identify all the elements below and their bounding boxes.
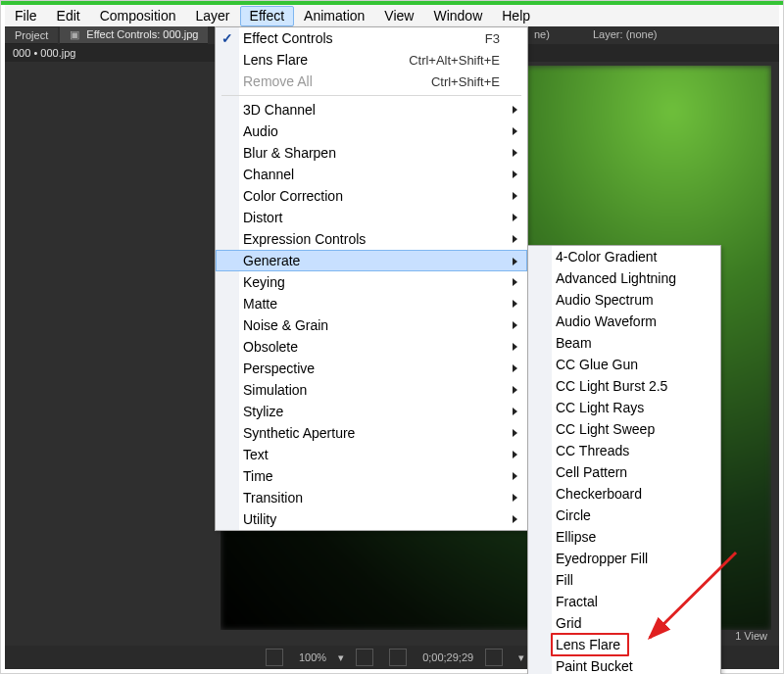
menuitem-time[interactable]: Time: [216, 465, 527, 487]
menuitem-label: CC Light Sweep: [556, 421, 655, 437]
menuitem-stylize[interactable]: Stylize: [216, 401, 527, 422]
menuitem-label: Expression Controls: [243, 231, 366, 247]
mask-icon[interactable]: [389, 649, 407, 666]
submenuitem-cell-pattern[interactable]: Cell Pattern: [528, 461, 720, 483]
tab-project[interactable]: Project: [5, 27, 58, 44]
chevron-down-icon[interactable]: ▾: [518, 651, 524, 664]
menuitem-3d-channel[interactable]: 3D Channel: [216, 99, 527, 120]
menu-window[interactable]: Window: [423, 6, 492, 26]
menuitem-simulation[interactable]: Simulation: [216, 379, 527, 401]
menuitem-label: Lens Flare: [243, 52, 308, 68]
submenuitem-paint-bucket[interactable]: Paint Bucket: [528, 655, 720, 674]
menuitem-audio[interactable]: Audio: [216, 120, 527, 142]
menuitem-label: Time: [243, 468, 273, 484]
menuitem-obsolete[interactable]: Obsolete: [216, 336, 527, 358]
menuitem-label: Generate: [243, 253, 300, 268]
menuitem-synthetic-aperture[interactable]: Synthetic Aperture: [216, 422, 527, 444]
menuitem-shortcut: F3: [485, 31, 500, 46]
menuitem-label: Transition: [243, 490, 303, 506]
menuitem-label: Audio Waveform: [556, 313, 657, 329]
close-icon[interactable]: ▣: [70, 28, 79, 40]
layer-label-partial: ne): [534, 28, 550, 40]
submenuitem-cc-threads[interactable]: CC Threads: [528, 440, 720, 461]
menuitem-label: Fractal: [556, 594, 598, 609]
menu-animation[interactable]: Animation: [294, 6, 374, 26]
menuitem-color-correction[interactable]: Color Correction: [216, 185, 527, 207]
menuitem-label: Fill: [556, 572, 573, 588]
submenuitem-cc-light-burst-2-5[interactable]: CC Light Burst 2.5: [528, 375, 720, 397]
submenuitem-cc-glue-gun[interactable]: CC Glue Gun: [528, 354, 720, 375]
menuitem-label: Keying: [243, 274, 285, 290]
menuitem-label: Ellipse: [556, 529, 596, 545]
menuitem-label: Matte: [243, 296, 277, 312]
submenuitem-cc-light-rays[interactable]: CC Light Rays: [528, 397, 720, 418]
menu-composition[interactable]: Composition: [90, 6, 186, 26]
submenuitem-audio-waveform[interactable]: Audio Waveform: [528, 311, 720, 332]
menuitem-label: Distort: [243, 210, 282, 225]
menuitem-remove-all: Remove All Ctrl+Shift+E: [216, 71, 527, 92]
menuitem-label: Perspective: [243, 361, 315, 376]
grid-icon[interactable]: [356, 649, 373, 666]
menuitem-label: Utility: [243, 511, 276, 527]
menuitem-shortcut: Ctrl+Shift+E: [431, 74, 500, 89]
menuitem-label: Channel: [243, 167, 294, 182]
menuitem-label: Cell Pattern: [556, 464, 627, 480]
menu-help[interactable]: Help: [492, 6, 540, 26]
menu-view[interactable]: View: [374, 6, 423, 26]
menuitem-matte[interactable]: Matte: [216, 293, 527, 314]
menuitem-blur-sharpen[interactable]: Blur & Sharpen: [216, 142, 527, 164]
submenuitem-beam[interactable]: Beam: [528, 332, 720, 354]
submenuitem-4-color-gradient[interactable]: 4-Color Gradient: [528, 246, 720, 267]
menu-bar: File Edit Composition Layer Effect Anima…: [5, 5, 779, 27]
menuitem-text[interactable]: Text: [216, 444, 527, 465]
menuitem-generate[interactable]: Generate: [216, 250, 527, 271]
submenuitem-audio-spectrum[interactable]: Audio Spectrum: [528, 289, 720, 311]
submenuitem-checkerboard[interactable]: Checkerboard: [528, 483, 720, 505]
menuitem-transition[interactable]: Transition: [216, 487, 527, 508]
submenuitem-circle[interactable]: Circle: [528, 505, 720, 526]
menuitem-expression-controls[interactable]: Expression Controls: [216, 228, 527, 250]
menuitem-label: 4-Color Gradient: [556, 249, 658, 265]
effect-dropdown-menu: ✓ Effect Controls F3 Lens Flare Ctrl+Alt…: [215, 26, 528, 531]
menuitem-label: Advanced Lightning: [556, 270, 676, 286]
status-icon[interactable]: [266, 649, 283, 666]
menuitem-label: Noise & Grain: [243, 317, 328, 333]
submenuitem-advanced-lightning[interactable]: Advanced Lightning: [528, 267, 720, 289]
camera-icon[interactable]: [485, 649, 503, 666]
menuitem-noise-grain[interactable]: Noise & Grain: [216, 314, 527, 336]
menuitem-channel[interactable]: Channel: [216, 164, 527, 185]
tab-effect-controls-label: Effect Controls: 000.jpg: [86, 28, 198, 40]
menuitem-perspective[interactable]: Perspective: [216, 358, 527, 379]
menuitem-label: CC Threads: [556, 443, 629, 458]
menuitem-label: CC Light Burst 2.5: [556, 378, 667, 394]
menuitem-utility[interactable]: Utility: [216, 508, 527, 530]
check-icon: ✓: [221, 30, 233, 46]
menuitem-label: Text: [243, 447, 269, 462]
menu-effect[interactable]: Effect: [240, 6, 295, 26]
menuitem-label: CC Glue Gun: [556, 357, 638, 372]
layer-label: Layer: (none): [593, 28, 657, 40]
menu-edit[interactable]: Edit: [47, 6, 90, 26]
zoom-level[interactable]: 100%: [299, 651, 326, 663]
app-window: File Edit Composition Layer Effect Anima…: [0, 0, 784, 674]
chevron-down-icon[interactable]: ▾: [338, 651, 344, 664]
menu-file[interactable]: File: [5, 6, 47, 26]
menuitem-effect-controls[interactable]: ✓ Effect Controls F3: [216, 27, 527, 49]
menuitem-label: Blur & Sharpen: [243, 145, 336, 161]
menuitem-label: Paint Bucket: [556, 658, 633, 674]
annotation-arrow: [638, 545, 746, 648]
menuitem-lens-flare-recent[interactable]: Lens Flare Ctrl+Alt+Shift+E: [216, 49, 527, 71]
menuitem-label: Remove All: [243, 73, 313, 89]
menuitem-distort[interactable]: Distort: [216, 207, 527, 228]
menuitem-label: Audio Spectrum: [556, 292, 654, 308]
menuitem-label: Circle: [556, 507, 591, 523]
submenuitem-cc-light-sweep[interactable]: CC Light Sweep: [528, 418, 720, 440]
menuitem-label: Synthetic Aperture: [243, 425, 355, 441]
tab-effect-controls[interactable]: ▣ Effect Controls: 000.jpg: [60, 26, 208, 44]
menu-layer[interactable]: Layer: [186, 6, 240, 26]
timecode[interactable]: 0;00;29;29: [422, 651, 473, 663]
menuitem-keying[interactable]: Keying: [216, 271, 527, 293]
menuitem-label: Checkerboard: [556, 486, 642, 502]
menuitem-label: Stylize: [243, 404, 283, 419]
annotation-highlight-lens-flare: [551, 633, 629, 656]
